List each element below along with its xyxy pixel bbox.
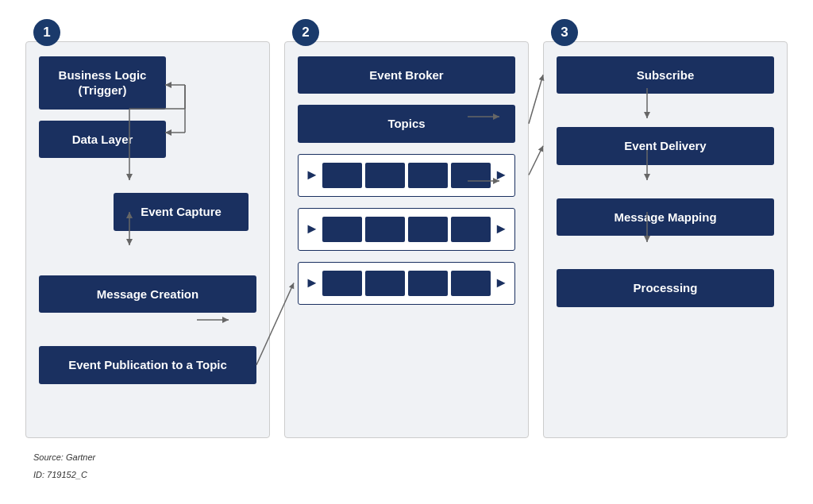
panel-3: Subscribe Event Delivery Message Mapping… bbox=[543, 41, 788, 438]
columns-row: 1 bbox=[25, 33, 788, 438]
queue2-arrow-left: ► bbox=[305, 221, 319, 237]
queue1-block-4 bbox=[451, 163, 491, 188]
col1-top-area: Business Logic(Trigger) Data Layer bbox=[39, 56, 256, 183]
queue3-arrow-left: ► bbox=[305, 275, 319, 291]
step-badge-3: 3 bbox=[551, 19, 578, 46]
queue-strip-2: ► ► bbox=[298, 208, 515, 251]
queue1-arrow-left: ► bbox=[305, 167, 319, 183]
panel-2: Event Broker Topics ► ► ► bbox=[284, 41, 529, 438]
queue1-arrow-right: ► bbox=[494, 167, 508, 183]
queue2-block-1 bbox=[322, 217, 362, 242]
queue3-block-2 bbox=[365, 271, 405, 296]
queue2-arrow-right: ► bbox=[494, 221, 508, 237]
column-1: 1 bbox=[25, 33, 270, 438]
source-label: Source: Gartner bbox=[33, 452, 788, 462]
queue-strip-3: ► ► bbox=[298, 262, 515, 305]
queue3-block-4 bbox=[451, 271, 491, 296]
diagram-container: 1 bbox=[17, 17, 796, 487]
col1-dl-row: Data Layer bbox=[39, 121, 256, 159]
column-3: 3 Subscribe bbox=[543, 33, 788, 438]
message-mapping-box: Message Mapping bbox=[557, 198, 774, 237]
panel-1: Business Logic(Trigger) Data Layer Event… bbox=[25, 41, 270, 438]
event-broker-box: Event Broker bbox=[298, 56, 515, 94]
step-badge-1: 1 bbox=[33, 19, 60, 46]
queue1-blocks bbox=[322, 163, 491, 188]
queue2-block-2 bbox=[365, 217, 405, 242]
svg-marker-13 bbox=[222, 317, 229, 323]
queue1-block-1 bbox=[322, 163, 362, 188]
col1-bl-row: Business Logic(Trigger) bbox=[39, 56, 256, 110]
data-layer-box: Data Layer bbox=[39, 121, 166, 159]
business-logic-box: Business Logic(Trigger) bbox=[39, 56, 166, 110]
id-label: ID: 719152_C bbox=[33, 470, 788, 479]
message-creation-box: Message Creation bbox=[39, 275, 256, 314]
event-capture-row: Event Capture bbox=[39, 193, 256, 231]
subscribe-box: Subscribe bbox=[557, 56, 774, 94]
topics-box: Topics bbox=[298, 105, 515, 143]
step-badge-2: 2 bbox=[292, 19, 319, 46]
queue1-block-3 bbox=[408, 163, 448, 188]
queue3-arrow-right: ► bbox=[494, 275, 508, 291]
queue3-block-3 bbox=[408, 271, 448, 296]
queue2-block-3 bbox=[408, 217, 448, 242]
event-capture-box: Event Capture bbox=[114, 193, 249, 231]
event-publication-box: Event Publication to a Topic bbox=[39, 346, 256, 384]
processing-box: Processing bbox=[557, 269, 774, 307]
queue3-blocks bbox=[322, 271, 491, 296]
column-2: 2 Event Broker Topics bbox=[284, 33, 529, 438]
event-delivery-box: Event Delivery bbox=[557, 127, 774, 165]
svg-marker-23 bbox=[644, 236, 650, 242]
col3-connectors-svg bbox=[544, 42, 787, 437]
queue3-block-1 bbox=[322, 271, 362, 296]
queue1-block-2 bbox=[365, 163, 405, 188]
queue2-block-4 bbox=[451, 217, 491, 242]
queue-strip-1: ► ► bbox=[298, 154, 515, 197]
source-area: Source: Gartner ID: 719152_C bbox=[25, 444, 788, 479]
queue2-blocks bbox=[322, 217, 491, 242]
